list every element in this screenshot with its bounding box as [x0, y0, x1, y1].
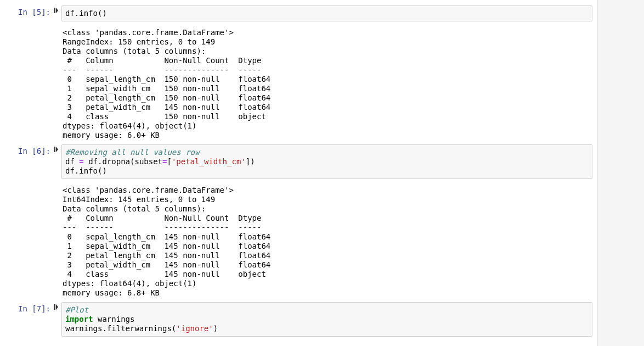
code-cell[interactable]: In [7]: #Plot import warnings warnings.f… [0, 300, 592, 339]
stdout-output: <class 'pandas.core.frame.DataFrame'> In… [61, 183, 592, 298]
output-prompt-spacer [0, 26, 54, 140]
output-cell: <class 'pandas.core.frame.DataFrame'> Ra… [0, 24, 592, 142]
code-comment: #Removing all null values row [65, 148, 199, 157]
input-prompt: In [5]: [0, 5, 54, 21]
code-text: df.info() [65, 9, 107, 18]
code-input-area[interactable]: #Removing all null values row df = df.dr… [61, 144, 592, 179]
code-text: df.dropna(subset [84, 157, 162, 166]
code-input-area[interactable]: #Plot import warnings warnings.filterwar… [61, 302, 592, 337]
input-prompt: In [6]: [0, 144, 54, 179]
stdout-output: <class 'pandas.core.frame.DataFrame'> Ra… [61, 26, 592, 140]
output-cell: <class 'pandas.core.frame.DataFrame'> In… [0, 181, 592, 300]
code-string: 'ignore' [176, 324, 213, 333]
code-text: warnings.filterwarnings( [65, 324, 176, 333]
run-cell-icon[interactable] [54, 302, 61, 337]
code-text: [ [167, 157, 171, 166]
code-comment: #Plot [65, 305, 88, 314]
run-cell-icon[interactable] [54, 5, 61, 21]
code-text: warnings [93, 315, 135, 323]
notebook-container: In [5]: df.info() <class 'pandas.core.fr… [0, 0, 592, 339]
code-text: df [65, 157, 79, 166]
code-operator: = [79, 157, 83, 166]
code-string: 'petal_width_cm' [172, 157, 246, 166]
code-input-area[interactable]: df.info() [61, 5, 592, 21]
run-cell-icon[interactable] [54, 144, 61, 179]
right-margin-strip [597, 0, 644, 339]
code-text: df.info() [65, 166, 107, 175]
code-cell[interactable]: In [6]: #Removing all null values row df… [0, 142, 592, 181]
input-prompt: In [7]: [0, 302, 54, 337]
output-prompt-spacer [0, 183, 54, 298]
code-keyword: import [65, 315, 93, 323]
code-text: ) [213, 324, 218, 333]
code-cell[interactable]: In [5]: df.info() [0, 3, 592, 24]
code-text: ]) [246, 157, 255, 166]
